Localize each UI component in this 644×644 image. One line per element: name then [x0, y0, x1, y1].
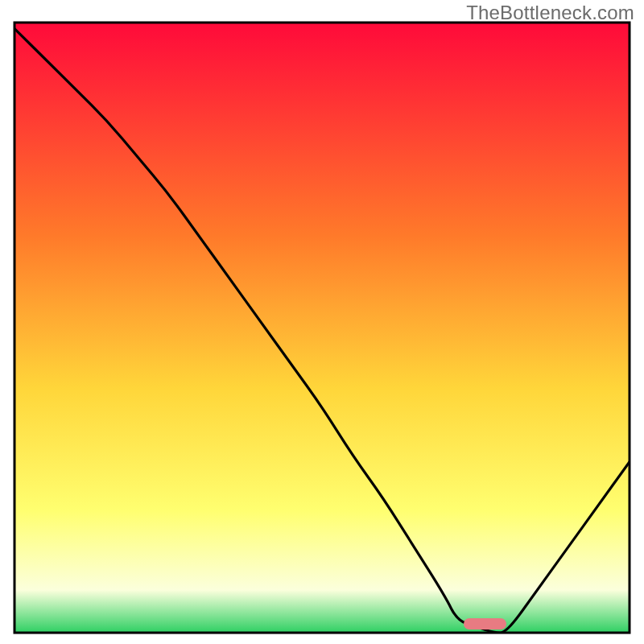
chart-stage: TheBottleneck.com: [0, 0, 644, 644]
chart-svg: [0, 0, 644, 644]
gradient-background: [14, 23, 630, 633]
optimal-range-marker: [464, 618, 506, 630]
